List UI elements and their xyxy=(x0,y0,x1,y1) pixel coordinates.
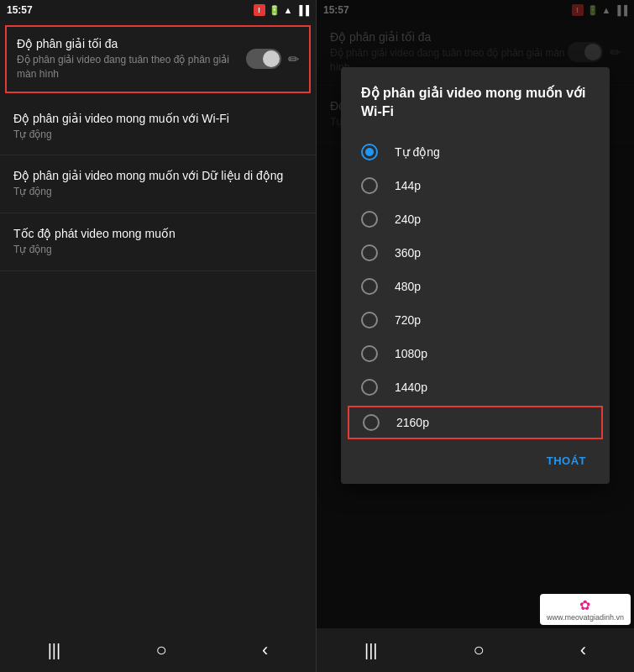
playback-speed-content: Tốc độ phát video mong muốn Tự động xyxy=(13,227,302,257)
option-480p-label: 480p xyxy=(395,280,421,293)
dialog-actions: THOÁT xyxy=(341,441,610,477)
playback-speed-title: Tốc độ phát video mong muốn xyxy=(13,227,302,240)
left-nav-bar: ||| ○ ‹ xyxy=(0,628,316,672)
option-2160p-label: 2160p xyxy=(396,416,429,429)
max-resolution-item[interactable]: Độ phân giải tối đa Độ phân giải video đ… xyxy=(5,25,311,93)
option-720p[interactable]: 720p xyxy=(341,303,610,337)
dialog-title: Độ phân giải video mong muốn với Wi-Fi xyxy=(341,67,610,135)
left-status-bar: 15:57 ! 🔋 ▲ ▐▐ xyxy=(0,0,316,20)
dialog-overlay: Độ phân giải video mong muốn với Wi-Fi T… xyxy=(317,0,634,628)
option-360p[interactable]: 360p xyxy=(341,236,610,270)
mobile-resolution-content: Độ phân giải video mong muốn với Dữ liệu… xyxy=(13,169,302,199)
radio-2160p xyxy=(363,414,380,431)
option-240p[interactable]: 240p xyxy=(341,202,610,236)
right-home-button[interactable]: ○ xyxy=(473,639,484,661)
option-1440p-label: 1440p xyxy=(395,381,427,394)
home-button[interactable]: ○ xyxy=(155,639,166,661)
option-1440p[interactable]: 1440p xyxy=(341,370,610,404)
option-720p-label: 720p xyxy=(395,313,421,327)
max-resolution-toggle[interactable] xyxy=(246,49,281,69)
option-1080p[interactable]: 1080p xyxy=(341,337,610,370)
playback-speed-item[interactable]: Tốc độ phát video mong muốn Tự động xyxy=(0,213,316,271)
radio-1440p xyxy=(361,379,378,396)
option-480p[interactable]: 480p xyxy=(341,270,610,303)
wifi-resolution-value: Tự động xyxy=(13,128,302,142)
option-1080p-label: 1080p xyxy=(395,347,427,360)
exit-button[interactable]: THOÁT xyxy=(537,448,596,474)
toggle-knob xyxy=(263,50,280,67)
wifi-resolution-item[interactable]: Độ phân giải video mong muốn với Wi-Fi T… xyxy=(0,98,316,156)
radio-720p xyxy=(361,312,378,328)
watermark-flower: ✿ xyxy=(579,597,590,613)
recent-apps-button[interactable]: ||| xyxy=(48,641,61,660)
radio-144p xyxy=(361,177,378,194)
radio-auto xyxy=(361,144,378,160)
option-240p-label: 240p xyxy=(395,213,421,226)
signal-icon: ▐▐ xyxy=(296,5,309,15)
radio-1080p xyxy=(361,345,378,362)
right-phone-panel: 15:57 ! 🔋 ▲ ▐▐ Độ phân giải tối đa Độ ph… xyxy=(317,0,634,672)
wifi-resolution-title: Độ phân giải video mong muốn với Wi-Fi xyxy=(13,112,302,125)
radio-inner-auto xyxy=(365,148,374,156)
battery-icon: 🔋 xyxy=(269,5,280,16)
watermark: ✿ www.meovatgiadinh.vn xyxy=(540,594,631,625)
left-phone-panel: 15:57 ! 🔋 ▲ ▐▐ Độ phân giải tối đa Độ ph… xyxy=(0,0,317,672)
option-360p-label: 360p xyxy=(395,246,421,260)
max-resolution-content: Độ phân giải tối đa Độ phân giải video đ… xyxy=(17,37,246,81)
left-settings-list: Độ phân giải tối đa Độ phân giải video đ… xyxy=(0,20,316,628)
option-144p[interactable]: 144p xyxy=(341,169,610,202)
wifi-icon: ▲ xyxy=(284,5,293,15)
left-time: 15:57 xyxy=(7,4,33,16)
option-2160p[interactable]: 2160p xyxy=(348,406,603,439)
radio-240p xyxy=(361,211,378,228)
radio-480p xyxy=(361,278,378,295)
max-resolution-title: Độ phân giải tối đa xyxy=(17,37,246,50)
max-resolution-subtitle: Độ phân giải video đang tuân theo độ phâ… xyxy=(17,53,246,81)
resolution-dialog: Độ phân giải video mong muốn với Wi-Fi T… xyxy=(341,67,610,484)
playback-speed-value: Tự động xyxy=(13,243,302,257)
right-back-button[interactable]: ‹ xyxy=(580,639,586,661)
right-recent-apps-button[interactable]: ||| xyxy=(364,641,378,660)
mobile-resolution-title: Độ phân giải video mong muốn với Dữ liệu… xyxy=(13,169,302,182)
back-button[interactable]: ‹ xyxy=(262,639,268,661)
right-nav-bar: ||| ○ ‹ xyxy=(317,628,634,672)
option-auto[interactable]: Tự động xyxy=(341,135,610,169)
mobile-resolution-item[interactable]: Độ phân giải video mong muốn với Dữ liệu… xyxy=(0,155,316,213)
option-144p-label: 144p xyxy=(395,179,421,192)
wifi-resolution-content: Độ phân giải video mong muốn với Wi-Fi T… xyxy=(13,112,302,142)
radio-360p xyxy=(361,244,378,261)
mobile-resolution-value: Tự động xyxy=(13,185,302,199)
left-status-icons: ! 🔋 ▲ ▐▐ xyxy=(254,4,309,16)
option-auto-label: Tự động xyxy=(395,145,440,159)
watermark-url: www.meovatgiadinh.vn xyxy=(547,613,624,622)
edit-icon[interactable]: ✏ xyxy=(288,51,299,67)
notification-icon: ! xyxy=(254,4,265,16)
